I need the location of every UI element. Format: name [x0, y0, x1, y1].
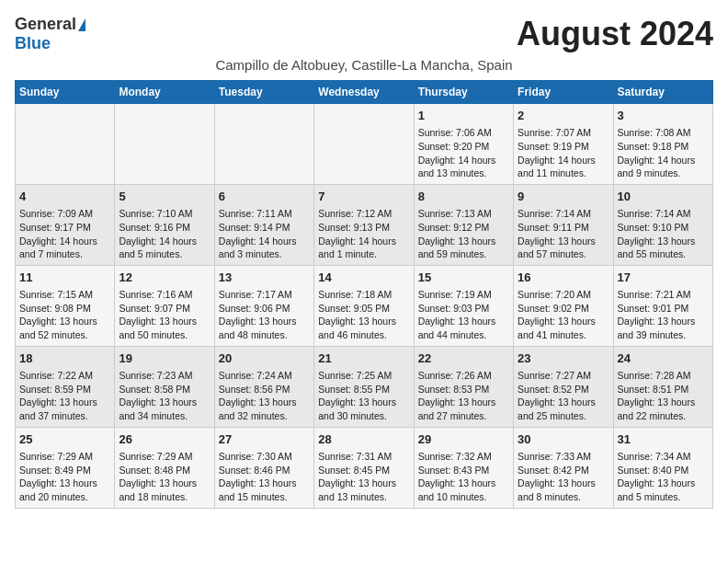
day-number: 6	[219, 189, 310, 205]
cell-content: Daylight: 14 hours	[618, 154, 709, 167]
cell-content: Daylight: 13 hours	[518, 315, 609, 328]
cell-content: Daylight: 13 hours	[19, 396, 110, 409]
cell-content: Sunrise: 7:10 AM	[119, 207, 210, 221]
page-title: August 2024	[517, 15, 713, 53]
cell-content: Sunrise: 7:11 AM	[219, 207, 310, 221]
cell-content: Sunset: 9:14 PM	[219, 221, 310, 235]
cell-content: Sunrise: 7:29 AM	[119, 450, 210, 464]
cell-content: and 30 minutes.	[318, 409, 409, 423]
calendar-cell: 9Sunrise: 7:14 AMSunset: 9:11 PMDaylight…	[514, 184, 613, 265]
calendar-cell: 8Sunrise: 7:13 AMSunset: 9:12 PMDaylight…	[414, 184, 513, 265]
calendar-cell: 1Sunrise: 7:06 AMSunset: 9:20 PMDaylight…	[414, 104, 513, 185]
cell-content: Daylight: 14 hours	[518, 154, 609, 167]
day-number: 18	[19, 350, 110, 367]
cell-content: Sunrise: 7:33 AM	[518, 450, 609, 464]
day-number: 10	[618, 189, 709, 205]
cell-content: Sunset: 8:48 PM	[119, 464, 210, 477]
cell-content: and 9 minutes.	[618, 167, 709, 180]
header-cell-saturday: Saturday	[613, 81, 712, 104]
header-row: SundayMondayTuesdayWednesdayThursdayFrid…	[16, 81, 713, 104]
day-number: 23	[518, 350, 609, 367]
cell-content: Sunset: 8:53 PM	[418, 383, 509, 396]
cell-content: Sunrise: 7:19 AM	[418, 288, 509, 302]
cell-content: Sunrise: 7:25 AM	[318, 369, 409, 383]
cell-content: Daylight: 14 hours	[418, 154, 509, 167]
cell-content: and 15 minutes.	[219, 490, 310, 504]
cell-content: Sunrise: 7:24 AM	[219, 369, 310, 383]
calendar-cell: 27Sunrise: 7:30 AMSunset: 8:46 PMDayligh…	[214, 427, 313, 508]
calendar-cell: 13Sunrise: 7:17 AMSunset: 9:06 PMDayligh…	[214, 265, 313, 346]
cell-content: Sunset: 8:40 PM	[618, 464, 709, 477]
day-number: 14	[318, 270, 409, 286]
cell-content: and 48 minutes.	[219, 328, 310, 342]
logo-blue: Blue	[15, 34, 51, 53]
cell-content: Sunset: 9:02 PM	[518, 302, 609, 316]
cell-content: Sunrise: 7:07 AM	[518, 126, 609, 140]
cell-content: and 50 minutes.	[119, 328, 210, 342]
cell-content: Daylight: 13 hours	[618, 235, 709, 248]
cell-content: Sunset: 8:56 PM	[219, 383, 310, 396]
cell-content: and 41 minutes.	[518, 328, 609, 342]
calendar-cell: 23Sunrise: 7:27 AMSunset: 8:52 PMDayligh…	[514, 346, 613, 427]
cell-content: and 37 minutes.	[19, 409, 110, 423]
cell-content: Sunset: 9:18 PM	[618, 140, 709, 154]
cell-content: Sunrise: 7:34 AM	[618, 450, 709, 464]
day-number: 20	[219, 350, 310, 367]
day-number: 2	[518, 108, 609, 124]
day-number: 29	[418, 431, 509, 448]
week-row-5: 25Sunrise: 7:29 AMSunset: 8:49 PMDayligh…	[16, 427, 713, 508]
day-number: 25	[19, 431, 110, 448]
cell-content: Daylight: 13 hours	[618, 477, 709, 490]
week-row-3: 11Sunrise: 7:15 AMSunset: 9:08 PMDayligh…	[16, 265, 713, 346]
cell-content: Daylight: 13 hours	[318, 315, 409, 328]
cell-content: Daylight: 14 hours	[219, 235, 310, 248]
cell-content: Daylight: 13 hours	[418, 396, 509, 409]
calendar-cell: 22Sunrise: 7:26 AMSunset: 8:53 PMDayligh…	[414, 346, 513, 427]
cell-content: Daylight: 13 hours	[418, 477, 509, 490]
cell-content: Sunset: 8:51 PM	[618, 383, 709, 396]
cell-content: and 13 minutes.	[418, 167, 509, 180]
cell-content: Daylight: 13 hours	[219, 315, 310, 328]
calendar-cell: 30Sunrise: 7:33 AMSunset: 8:42 PMDayligh…	[514, 427, 613, 508]
calendar-cell	[115, 104, 214, 185]
cell-content: Sunset: 9:01 PM	[618, 302, 709, 316]
calendar-cell	[214, 104, 313, 185]
cell-content: Sunrise: 7:23 AM	[119, 369, 210, 383]
cell-content: Daylight: 13 hours	[318, 477, 409, 490]
cell-content: Sunrise: 7:12 AM	[318, 207, 409, 221]
header-cell-wednesday: Wednesday	[314, 81, 414, 104]
cell-content: Daylight: 13 hours	[618, 315, 709, 328]
week-row-1: 1Sunrise: 7:06 AMSunset: 9:20 PMDaylight…	[16, 104, 713, 185]
cell-content: Daylight: 13 hours	[119, 396, 210, 409]
cell-content: Sunrise: 7:20 AM	[518, 288, 609, 302]
cell-content: Daylight: 13 hours	[19, 477, 110, 490]
cell-content: and 22 minutes.	[618, 409, 709, 423]
calendar-cell: 2Sunrise: 7:07 AMSunset: 9:19 PMDaylight…	[514, 104, 613, 185]
cell-content: Sunrise: 7:16 AM	[119, 288, 210, 302]
cell-content: and 5 minutes.	[119, 247, 210, 261]
calendar-cell: 18Sunrise: 7:22 AMSunset: 8:59 PMDayligh…	[16, 346, 115, 427]
cell-content: Sunset: 8:42 PM	[518, 464, 609, 477]
cell-content: Sunset: 9:11 PM	[518, 221, 609, 235]
cell-content: and 3 minutes.	[219, 247, 310, 261]
cell-content: Daylight: 14 hours	[19, 235, 110, 248]
day-number: 22	[418, 350, 509, 367]
cell-content: Daylight: 13 hours	[119, 315, 210, 328]
cell-content: Sunrise: 7:14 AM	[518, 207, 609, 221]
day-number: 13	[219, 270, 310, 286]
day-number: 27	[219, 431, 310, 448]
day-number: 5	[119, 189, 210, 205]
cell-content: Sunrise: 7:15 AM	[19, 288, 110, 302]
calendar-cell: 24Sunrise: 7:28 AMSunset: 8:51 PMDayligh…	[613, 346, 712, 427]
calendar-cell: 14Sunrise: 7:18 AMSunset: 9:05 PMDayligh…	[314, 265, 414, 346]
cell-content: Daylight: 13 hours	[418, 315, 509, 328]
day-number: 28	[318, 431, 409, 448]
cell-content: Daylight: 13 hours	[518, 396, 609, 409]
calendar-cell: 15Sunrise: 7:19 AMSunset: 9:03 PMDayligh…	[414, 265, 513, 346]
cell-content: Sunset: 8:46 PM	[219, 464, 310, 477]
calendar-cell: 16Sunrise: 7:20 AMSunset: 9:02 PMDayligh…	[514, 265, 613, 346]
calendar-cell: 7Sunrise: 7:12 AMSunset: 9:13 PMDaylight…	[314, 184, 414, 265]
cell-content: Daylight: 13 hours	[219, 477, 310, 490]
calendar-cell: 19Sunrise: 7:23 AMSunset: 8:58 PMDayligh…	[115, 346, 214, 427]
cell-content: Sunrise: 7:26 AM	[418, 369, 509, 383]
